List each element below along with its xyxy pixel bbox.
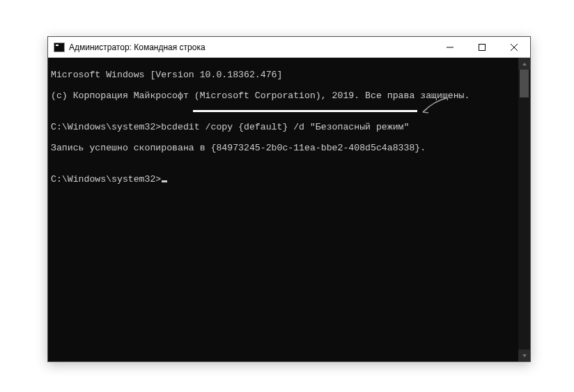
prompt-text: C:\Windows\system32> — [51, 174, 161, 185]
scroll-thumb[interactable] — [520, 70, 529, 97]
guid-underline-annotation — [193, 110, 417, 112]
close-button[interactable] — [498, 37, 530, 57]
svg-rect-0 — [479, 44, 486, 50]
scroll-down-button[interactable] — [518, 350, 530, 361]
scroll-up-button[interactable] — [518, 58, 530, 70]
cmd-icon — [54, 42, 65, 52]
output-line: (c) Корпорация Майкрософт (Microsoft Cor… — [51, 91, 515, 101]
window-controls — [434, 37, 530, 57]
terminal-area: Microsoft Windows [Version 10.0.18362.47… — [48, 58, 530, 361]
vertical-scrollbar[interactable] — [518, 58, 530, 361]
window-title: Администратор: Командная строка — [69, 42, 434, 52]
titlebar[interactable]: Администратор: Командная строка — [48, 37, 530, 58]
command-line: C:\Windows\system32>bcdedit /copy {defau… — [51, 122, 515, 132]
cursor — [162, 180, 167, 182]
prompt-line: C:\Windows\system32> — [51, 174, 515, 185]
minimize-button[interactable] — [434, 37, 466, 57]
terminal-output[interactable]: Microsoft Windows [Version 10.0.18362.47… — [48, 58, 518, 361]
output-line: Запись успешно скопирована в {84973245-2… — [51, 143, 515, 153]
cmd-window: Администратор: Командная строка Microsof… — [47, 36, 531, 362]
scroll-track[interactable] — [518, 70, 530, 350]
output-line: Microsoft Windows [Version 10.0.18362.47… — [51, 70, 515, 80]
maximize-button[interactable] — [466, 37, 498, 57]
